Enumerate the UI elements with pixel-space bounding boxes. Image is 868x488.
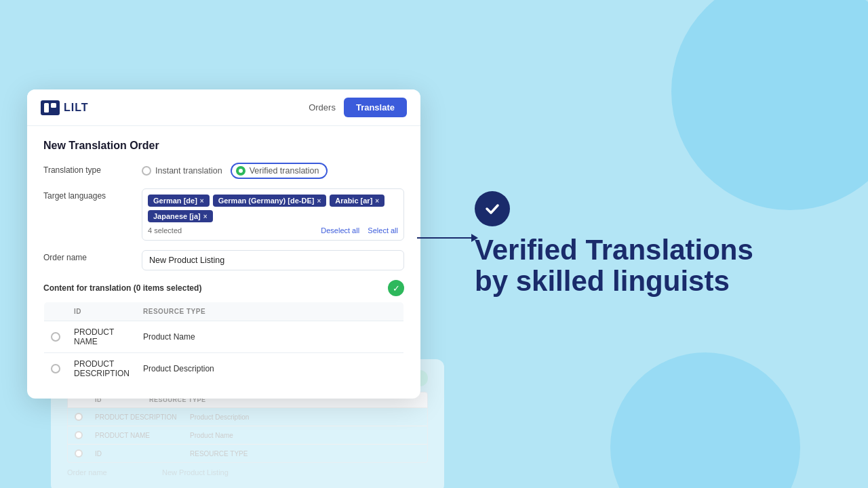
row1-resource-type-cell: Product Name [136, 321, 403, 353]
row2-checkbox-cell [44, 353, 68, 385]
tag-ar-close[interactable]: × [375, 197, 379, 205]
select-all-link[interactable]: Select all [368, 226, 398, 235]
logo-icon [41, 100, 60, 115]
shadow-table: ID RESOURCE TYPE PRODUCT DESCRIPTION Pro… [67, 392, 428, 463]
translation-type-label: Translation type [43, 163, 142, 175]
row2-id-cell: PRODUCT DESCRIPTION [67, 353, 136, 385]
verified-translation-option[interactable]: Verified translation [231, 163, 328, 179]
hero-title-line1: Verified Translations [475, 234, 753, 266]
content-section: Content for translation (0 items selecte… [43, 280, 404, 385]
tags-row: German [de] × German (Germany) [de-DE] ×… [148, 195, 398, 222]
target-languages-label: Target languages [43, 188, 142, 201]
tag-de-de[interactable]: German (Germany) [de-DE] × [213, 195, 327, 207]
tag-ar-label: Arabic [ar] [335, 197, 372, 205]
col-checkbox-header [44, 302, 68, 321]
app-header: LILT Orders Translate [27, 89, 420, 126]
row2-resource-type-cell: Product Description [136, 353, 403, 385]
tag-ja-label: Japanese [ja] [153, 212, 201, 220]
order-name-value [142, 250, 404, 270]
order-name-label: Order name [43, 250, 142, 262]
arrow-line [417, 237, 471, 239]
content-check-icon: ✓ [388, 280, 404, 296]
tag-de[interactable]: German [de] × [148, 195, 210, 207]
right-panel: Verified Translations by skilled linguis… [420, 191, 841, 297]
tag-ja[interactable]: Japanese [ja] × [148, 210, 213, 222]
row2-resource-name: PRODUCT DESCRIPTION [74, 359, 130, 378]
tag-ar[interactable]: Arabic [ar] × [330, 195, 384, 207]
col-id-header: ID [67, 302, 136, 321]
arrow-connector [417, 234, 478, 242]
col-resource-header: RESOURCE TYPE [136, 302, 403, 321]
tags-container[interactable]: German [de] × German (Germany) [de-DE] ×… [142, 188, 404, 241]
translate-button[interactable]: Translate [344, 98, 407, 117]
hero-title-line2: by skilled linguists [475, 265, 730, 297]
logo-area: LILT [41, 100, 89, 115]
logo-text: LILT [64, 102, 89, 114]
row1-checkbox[interactable] [51, 332, 60, 342]
table-header-row: ID RESOURCE TYPE [44, 302, 404, 321]
tag-ja-close[interactable]: × [203, 213, 208, 220]
tag-de-de-label: German (Germany) [de-DE] [218, 197, 315, 205]
tags-actions: Deselect all Select all [321, 226, 398, 235]
app-window: LILT Orders Translate New Translation Or… [27, 89, 420, 399]
translation-type-row: Translation type Instant translation Ver… [43, 163, 404, 179]
selected-count: 4 selected [148, 226, 182, 235]
instant-translation-label: Instant translation [155, 166, 222, 176]
row1-id-cell: PRODUCT NAME [67, 321, 136, 353]
tags-summary: 4 selected Deselect all Select all [148, 226, 398, 235]
content-header: Content for translation (0 items selecte… [43, 280, 404, 296]
row1-resource-name: PRODUCT NAME [74, 327, 114, 346]
row1-checkbox-cell [44, 321, 68, 353]
verified-radio [236, 166, 245, 176]
content-table: ID RESOURCE TYPE PRODUCT NAME P [43, 302, 404, 385]
main-container: Content for translation (0 items selecte… [0, 0, 868, 488]
orders-nav-item[interactable]: Orders [309, 102, 336, 113]
instant-radio [142, 166, 151, 176]
svg-rect-1 [51, 103, 56, 108]
target-languages-row: Target languages German [de] × German (G… [43, 188, 404, 241]
order-name-input[interactable] [142, 250, 404, 270]
arrow-head [471, 234, 478, 242]
target-languages-value: German [de] × German (Germany) [de-DE] ×… [142, 188, 404, 241]
svg-rect-0 [44, 103, 49, 113]
order-name-row: Order name [43, 250, 404, 270]
hero-title: Verified Translations by skilled linguis… [475, 235, 841, 297]
content-section-title: Content for translation (0 items selecte… [43, 283, 201, 293]
hero-check-icon [475, 191, 510, 226]
tag-de-close[interactable]: × [200, 197, 204, 205]
tag-de-de-close[interactable]: × [317, 197, 321, 205]
deselect-all-link[interactable]: Deselect all [321, 226, 359, 235]
table-row: PRODUCT NAME Product Name [44, 321, 404, 353]
header-nav: Orders Translate [309, 98, 407, 117]
table-row: PRODUCT DESCRIPTION Product Description [44, 353, 404, 385]
instant-translation-option[interactable]: Instant translation [142, 166, 222, 176]
page-title: New Translation Order [43, 140, 404, 152]
tag-de-label: German [de] [153, 197, 197, 205]
verified-translation-label: Verified translation [250, 166, 319, 176]
row2-checkbox[interactable] [51, 364, 60, 373]
app-content: New Translation Order Translation type I… [27, 126, 420, 399]
translation-type-options: Instant translation Verified translation [142, 163, 404, 179]
